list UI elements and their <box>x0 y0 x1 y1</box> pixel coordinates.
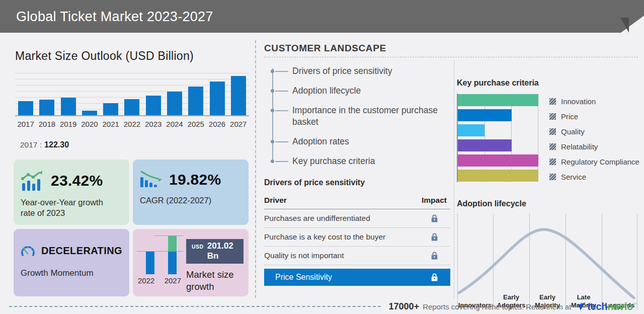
cagr-card: 19.82% CAGR (2022-2027) <box>133 160 249 225</box>
lock-icon <box>431 251 438 260</box>
impact-cell <box>418 232 450 242</box>
legend-hatch-icon <box>549 128 556 135</box>
base-segment <box>168 252 177 274</box>
yoy-growth-label: Year-over-Year growth rate of 2023 <box>21 197 106 218</box>
impact-cell <box>418 251 450 260</box>
table-body: Purchases are undifferentiatedPurchase i… <box>264 209 450 265</box>
technavio-logo[interactable]: technavio™ <box>576 301 637 312</box>
legend-hatch-icon <box>549 159 556 165</box>
bullet-dot-icon <box>271 160 274 163</box>
kpc-bars <box>458 94 538 182</box>
bar-column <box>58 73 79 115</box>
legend-hatch-icon <box>549 174 556 180</box>
bar-2017 <box>18 101 33 115</box>
price-sensitivity-block: Drivers of price sensitivity Driver Impa… <box>264 178 451 286</box>
bar-column <box>185 73 206 115</box>
x-tick-label: 2021 <box>100 120 121 128</box>
x-tick-label: 2018 <box>36 120 57 128</box>
highlighted-row-label: Price Sensitivity <box>275 273 418 282</box>
bullet-connector <box>275 141 288 142</box>
market-size-growth-card: 2022 2027 USD 201.02 Bn Market size grow… <box>133 229 249 296</box>
bar-column <box>36 73 57 115</box>
x-tick-label: 2023 <box>143 120 164 128</box>
x-tick-label: 2026 <box>206 120 227 128</box>
table-row: Purchases are undifferentiated <box>264 209 450 228</box>
price-sensitivity-title: Drivers of price sensitivity <box>264 178 451 187</box>
cagr-value: 19.82% <box>169 171 221 188</box>
logo-text-tech: tech <box>587 301 607 312</box>
growth-segment <box>168 236 177 252</box>
logo-trademark: ™ <box>633 302 637 306</box>
mini-year-start: 2022 <box>138 276 154 285</box>
header-bar: Global Ticket Market 2023-2027 <box>0 0 644 33</box>
bar-2027 <box>231 76 246 115</box>
growth-amount-badge: USD 201.02 Bn <box>186 239 244 264</box>
growth-card-label: Market size growth <box>186 269 242 293</box>
landscape-right-column: Key purchase criteria InnovationPriceQua… <box>457 61 638 310</box>
bar-2021 <box>103 103 118 115</box>
bullet-connector <box>275 71 288 72</box>
legend-hatch-icon <box>549 113 556 120</box>
base-year-value: 122.30 <box>44 140 69 149</box>
kpc-legend: InnovationPriceQualityRelatabilityRegula… <box>549 94 639 184</box>
legend-item: Quality <box>549 124 639 139</box>
landscape-left-column: Drivers of price sensitivityAdoption lif… <box>264 61 451 310</box>
momentum-value: DECELERATING <box>41 245 122 257</box>
key-purchase-criteria-title: Key purchase criteria <box>457 78 638 88</box>
bullet-connector <box>275 110 288 111</box>
x-tick-label: 2022 <box>121 120 142 128</box>
bar-column <box>79 73 100 115</box>
kpc-bar-relatability <box>458 139 512 151</box>
legend-hatch-icon <box>549 143 556 150</box>
bar-chart-plot <box>15 73 249 116</box>
landscape-item-label: Adoption rates <box>292 136 349 146</box>
highlighted-row-price-sensitivity: Price Sensitivity <box>264 269 450 286</box>
x-tick-label: 2025 <box>185 120 206 128</box>
kpc-gridline <box>485 94 485 182</box>
kpc-gridline <box>511 94 512 182</box>
adoption-lifecycle-title: Adoption lifecycle <box>457 199 638 208</box>
bar-2024 <box>167 92 182 115</box>
driver-column-header: Driver <box>264 196 418 205</box>
technavio-glyph-icon <box>576 302 586 311</box>
landscape-list-item: Drivers of price sensitivity <box>264 65 443 77</box>
lock-icon <box>431 232 438 242</box>
bar-2027 <box>168 236 177 274</box>
currency-label: USD <box>192 244 204 250</box>
bar-2022 <box>124 99 139 115</box>
corner-fold-icon <box>620 18 629 33</box>
legend-item: Price <box>549 109 639 124</box>
legend-item: Service <box>549 169 639 184</box>
mini-year-end: 2027 <box>165 276 181 285</box>
section-title: Market Size Outlook (USD Billion) <box>15 49 254 63</box>
x-tick-label: 2017 <box>15 120 36 128</box>
legend-hatch-icon <box>549 98 556 105</box>
impact-cell <box>418 273 450 282</box>
kpc-bar-service <box>458 170 538 182</box>
bar-2023 <box>146 96 161 115</box>
bullet-dot-icon <box>271 109 274 112</box>
landscape-title: CUSTOMER LANDSCAPE <box>264 43 386 53</box>
x-tick-label: 2024 <box>164 120 185 128</box>
bullet-connector <box>275 161 288 162</box>
landscape-item-label: Key purchase criteria <box>292 156 375 166</box>
page-title: Global Ticket Market 2023-2027 <box>16 9 213 24</box>
landscape-topic-list: Drivers of price sensitivityAdoption lif… <box>264 61 451 167</box>
infographic-page: Global Ticket Market 2023-2027 Market Si… <box>0 0 644 314</box>
driver-cell: Purchase is a key cost to the buyer <box>264 232 418 242</box>
legend-label: Innovation <box>561 97 596 106</box>
bullet-dot-icon <box>271 69 274 73</box>
bar-2026 <box>210 82 225 115</box>
yoy-growth-value: 23.42% <box>51 172 103 189</box>
footer: 17000+ Reports covering niche topics. Re… <box>9 300 637 312</box>
customer-landscape-section: CUSTOMER LANDSCAPE Drivers of price sens… <box>264 43 638 310</box>
bar-2025 <box>188 87 203 115</box>
landscape-item-label: Adoption lifecycle <box>292 86 361 96</box>
growth-amount-value: 201.02 Bn <box>207 241 238 261</box>
landscape-item-label: Importance in the customer purchase bask… <box>292 105 438 127</box>
logo-text-navio: navio <box>607 301 633 312</box>
kpc-plot-area <box>457 94 538 182</box>
bullet-dot-icon <box>271 140 274 143</box>
table-header-row: Driver Impact <box>264 192 450 209</box>
bar-2022 <box>146 252 154 274</box>
